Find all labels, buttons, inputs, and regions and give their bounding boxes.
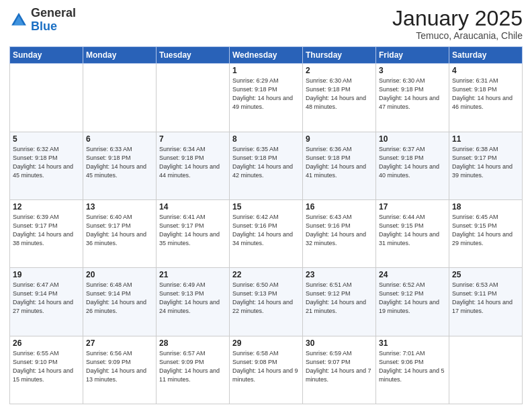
table-row: 5Sunrise: 6:32 AM Sunset: 9:18 PM Daylig…	[10, 132, 83, 199]
calendar-week-row: 12Sunrise: 6:39 AM Sunset: 9:17 PM Dayli…	[10, 199, 523, 267]
col-friday: Friday	[376, 47, 449, 64]
table-row: 23Sunrise: 6:51 AM Sunset: 9:12 PM Dayli…	[303, 268, 376, 336]
table-row: 11Sunrise: 6:38 AM Sunset: 9:17 PM Dayli…	[449, 132, 523, 199]
col-tuesday: Tuesday	[157, 47, 230, 64]
calendar-week-row: 5Sunrise: 6:32 AM Sunset: 9:18 PM Daylig…	[10, 132, 523, 199]
table-row: 13Sunrise: 6:40 AM Sunset: 9:17 PM Dayli…	[83, 199, 157, 267]
table-row: 31Sunrise: 7:01 AM Sunset: 9:06 PM Dayli…	[376, 336, 449, 404]
table-row: 12Sunrise: 6:39 AM Sunset: 9:17 PM Dayli…	[10, 199, 83, 267]
table-row: 15Sunrise: 6:42 AM Sunset: 9:16 PM Dayli…	[230, 199, 303, 267]
day-info: Sunrise: 6:44 AM Sunset: 9:15 PM Dayligh…	[379, 213, 446, 248]
table-row: 25Sunrise: 6:53 AM Sunset: 9:11 PM Dayli…	[449, 268, 523, 336]
logo-text: General Blue	[31, 7, 76, 34]
table-row: 21Sunrise: 6:49 AM Sunset: 9:13 PM Dayli…	[157, 268, 230, 336]
day-info: Sunrise: 6:56 AM Sunset: 9:09 PM Dayligh…	[86, 349, 153, 384]
day-number: 4	[452, 66, 519, 75]
day-info: Sunrise: 6:47 AM Sunset: 9:14 PM Dayligh…	[13, 281, 80, 316]
day-info: Sunrise: 7:01 AM Sunset: 9:06 PM Dayligh…	[379, 349, 446, 384]
table-row: 28Sunrise: 6:57 AM Sunset: 9:09 PM Dayli…	[157, 336, 230, 404]
table-row: 24Sunrise: 6:52 AM Sunset: 9:12 PM Dayli…	[376, 268, 449, 336]
day-number: 30	[306, 338, 373, 348]
table-row: 8Sunrise: 6:35 AM Sunset: 9:18 PM Daylig…	[230, 132, 303, 199]
day-info: Sunrise: 6:35 AM Sunset: 9:18 PM Dayligh…	[232, 145, 300, 180]
day-number: 5	[13, 134, 80, 144]
day-number: 24	[379, 270, 446, 279]
day-number: 15	[232, 202, 300, 212]
page: General Blue January 2025 Temuco, Arauca…	[0, 0, 532, 411]
table-row: 7Sunrise: 6:34 AM Sunset: 9:18 PM Daylig…	[157, 132, 230, 199]
day-number: 29	[232, 338, 300, 348]
day-number: 27	[86, 338, 153, 348]
day-number: 20	[86, 270, 153, 279]
table-row: 19Sunrise: 6:47 AM Sunset: 9:14 PM Dayli…	[10, 268, 83, 336]
day-info: Sunrise: 6:32 AM Sunset: 9:18 PM Dayligh…	[13, 145, 80, 180]
day-number: 8	[232, 134, 300, 144]
day-number: 23	[306, 270, 373, 279]
day-info: Sunrise: 6:36 AM Sunset: 9:18 PM Dayligh…	[306, 145, 373, 180]
day-number: 25	[452, 270, 519, 279]
table-row: 30Sunrise: 6:59 AM Sunset: 9:07 PM Dayli…	[303, 336, 376, 404]
calendar-week-row: 26Sunrise: 6:55 AM Sunset: 9:10 PM Dayli…	[10, 336, 523, 404]
table-row: 6Sunrise: 6:33 AM Sunset: 9:18 PM Daylig…	[83, 132, 157, 199]
day-info: Sunrise: 6:45 AM Sunset: 9:15 PM Dayligh…	[452, 213, 519, 248]
day-number: 11	[452, 134, 519, 144]
day-info: Sunrise: 6:30 AM Sunset: 9:18 PM Dayligh…	[306, 77, 373, 111]
logo: General Blue	[9, 7, 76, 34]
table-row: 27Sunrise: 6:56 AM Sunset: 9:09 PM Dayli…	[83, 336, 157, 404]
calendar: Sunday Monday Tuesday Wednesday Thursday…	[9, 46, 523, 404]
logo-blue-text: Blue	[31, 19, 57, 33]
day-number: 26	[13, 338, 80, 348]
day-info: Sunrise: 6:34 AM Sunset: 9:18 PM Dayligh…	[159, 145, 226, 180]
day-info: Sunrise: 6:55 AM Sunset: 9:10 PM Dayligh…	[13, 349, 80, 384]
day-info: Sunrise: 6:42 AM Sunset: 9:16 PM Dayligh…	[232, 213, 300, 248]
day-number: 3	[379, 66, 446, 75]
day-info: Sunrise: 6:53 AM Sunset: 9:11 PM Dayligh…	[452, 281, 519, 316]
day-number: 19	[13, 270, 80, 279]
day-number: 9	[306, 134, 373, 144]
day-number: 31	[379, 338, 446, 348]
logo-general-text: General	[31, 6, 76, 19]
day-info: Sunrise: 6:57 AM Sunset: 9:09 PM Dayligh…	[159, 349, 226, 384]
table-row: 10Sunrise: 6:37 AM Sunset: 9:18 PM Dayli…	[376, 132, 449, 199]
col-wednesday: Wednesday	[230, 47, 303, 64]
title-block: January 2025 Temuco, Araucania, Chile	[392, 7, 523, 41]
day-info: Sunrise: 6:43 AM Sunset: 9:16 PM Dayligh…	[306, 213, 373, 248]
day-number: 12	[13, 202, 80, 212]
month-title: January 2025	[392, 7, 523, 30]
day-info: Sunrise: 6:33 AM Sunset: 9:18 PM Dayligh…	[86, 145, 153, 180]
day-info: Sunrise: 6:30 AM Sunset: 9:18 PM Dayligh…	[379, 77, 446, 111]
table-row: 14Sunrise: 6:41 AM Sunset: 9:17 PM Dayli…	[157, 199, 230, 267]
table-row: 29Sunrise: 6:58 AM Sunset: 9:08 PM Dayli…	[230, 336, 303, 404]
day-info: Sunrise: 6:29 AM Sunset: 9:18 PM Dayligh…	[232, 77, 300, 111]
header: General Blue January 2025 Temuco, Arauca…	[9, 7, 523, 41]
col-monday: Monday	[83, 47, 157, 64]
table-row	[10, 64, 83, 132]
day-number: 1	[232, 66, 300, 75]
table-row: 18Sunrise: 6:45 AM Sunset: 9:15 PM Dayli…	[449, 199, 523, 267]
table-row: 26Sunrise: 6:55 AM Sunset: 9:10 PM Dayli…	[10, 336, 83, 404]
day-number: 2	[306, 66, 373, 75]
day-number: 13	[86, 202, 153, 212]
day-info: Sunrise: 6:41 AM Sunset: 9:17 PM Dayligh…	[159, 213, 226, 248]
day-info: Sunrise: 6:40 AM Sunset: 9:17 PM Dayligh…	[86, 213, 153, 248]
day-info: Sunrise: 6:58 AM Sunset: 9:08 PM Dayligh…	[232, 349, 300, 384]
table-row	[449, 336, 523, 404]
table-row	[157, 64, 230, 132]
table-row: 22Sunrise: 6:50 AM Sunset: 9:13 PM Dayli…	[230, 268, 303, 336]
col-sunday: Sunday	[10, 47, 83, 64]
day-info: Sunrise: 6:37 AM Sunset: 9:18 PM Dayligh…	[379, 145, 446, 180]
day-info: Sunrise: 6:59 AM Sunset: 9:07 PM Dayligh…	[306, 349, 373, 384]
logo-icon	[9, 11, 28, 30]
day-number: 6	[86, 134, 153, 144]
table-row: 20Sunrise: 6:48 AM Sunset: 9:14 PM Dayli…	[83, 268, 157, 336]
table-row	[83, 64, 157, 132]
day-number: 14	[159, 202, 226, 212]
day-number: 22	[232, 270, 300, 279]
day-info: Sunrise: 6:39 AM Sunset: 9:17 PM Dayligh…	[13, 213, 80, 248]
table-row: 2Sunrise: 6:30 AM Sunset: 9:18 PM Daylig…	[303, 64, 376, 132]
calendar-week-row: 1Sunrise: 6:29 AM Sunset: 9:18 PM Daylig…	[10, 64, 523, 132]
day-info: Sunrise: 6:52 AM Sunset: 9:12 PM Dayligh…	[379, 281, 446, 316]
col-thursday: Thursday	[303, 47, 376, 64]
table-row: 4Sunrise: 6:31 AM Sunset: 9:18 PM Daylig…	[449, 64, 523, 132]
day-info: Sunrise: 6:50 AM Sunset: 9:13 PM Dayligh…	[232, 281, 300, 316]
